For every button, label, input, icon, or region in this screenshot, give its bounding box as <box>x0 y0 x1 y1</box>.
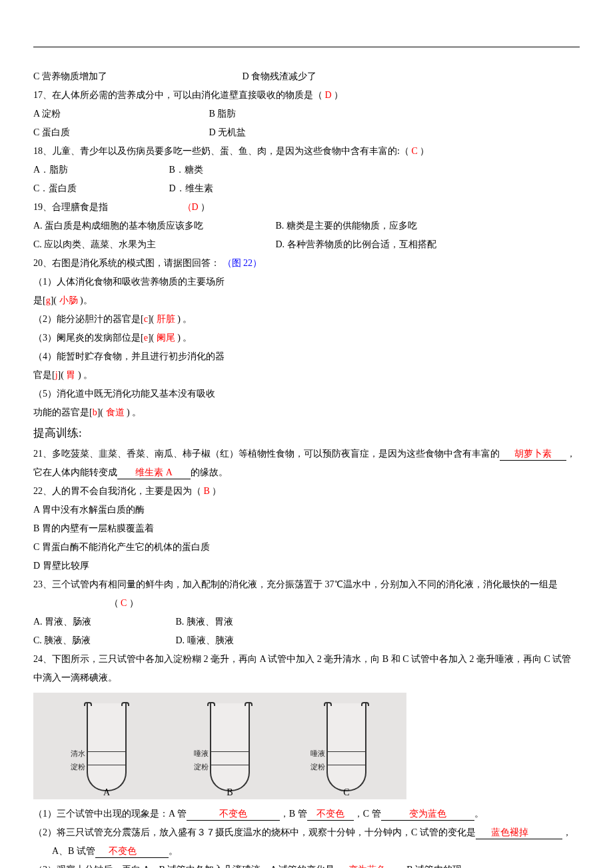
test-tube-figure: 清水 淀粉 A 唾液 淀粉 B 唾液 淀粉 C <box>33 693 406 799</box>
q17-opt-c: C 蛋白质 <box>33 123 207 142</box>
q21-end: 的缘故。 <box>191 467 228 477</box>
q18-stem-text: 18、儿童、青少年以及伤病员要多吃一些奶、蛋、鱼、肉，是因为这些食物中含有丰富的… <box>33 146 409 156</box>
q20-p2-mid: ]( <box>148 314 157 324</box>
q24-p3-pre: （3）观察十分钟后，再向 A、B 试管中各加入几滴碘液，A 试管的变化是: <box>33 865 337 868</box>
q24-p1: （1）三个试管中出现的现象是：A 管不变色，B 管不变色，C 管变为蓝色。 <box>33 805 580 823</box>
q20-p2: （2）能分泌胆汁的器官是[c]( 肝脏 ) 。 <box>33 310 580 329</box>
q21-blank-1: 胡萝卜素 <box>500 449 566 461</box>
q24-stem: 24、下图所示，三只试管中各加入淀粉糊 2 毫升，再向 A 试管中加入 2 毫升… <box>33 650 580 687</box>
q23-answer: C <box>121 598 127 608</box>
tube-b-label-top: 唾液 <box>189 746 209 761</box>
q24-p3-end: ；B 试管内的现 <box>397 865 462 868</box>
q20-p5b-mid: ]( <box>97 407 106 417</box>
q20-p1b-mid: ]( <box>51 295 59 305</box>
q17-stem: 17、在人体所必需的营养成分中，可以由消化道壁直接吸收的物质是（ D ） <box>33 86 580 105</box>
q20-p3-end: ) 。 <box>175 333 193 343</box>
q24-p2-blank-2: 不变色 <box>95 846 169 858</box>
q20-p1a: （1）人体消化食物和吸收营养物质的主要场所 <box>33 273 580 291</box>
q19-opt-a: A. 蛋白质是构成细胞的基本物质应该多吃 <box>33 217 273 235</box>
q20-p5a: （5）消化道中既无消化功能又基本没有吸收 <box>33 385 580 403</box>
q19-stem: 19、合理膳食是指 （D ） <box>33 198 580 217</box>
q23-paren-open: （ <box>109 598 119 608</box>
q18-opt-d: D．维生素 <box>169 183 213 193</box>
q17-row1: A 淀粉 B 脂肪 <box>33 105 580 123</box>
q20-p4b-mid: ]( <box>58 370 67 380</box>
q22-opt-a: A 胃中没有水解蛋白质的酶 <box>33 501 580 519</box>
q23-opt-b: B. 胰液、胃液 <box>176 617 233 627</box>
q18-row2: C．蛋白质 D．维生素 <box>33 179 580 198</box>
tube-c-label-bot: 淀粉 <box>305 759 325 774</box>
tube-b-label-bot: 淀粉 <box>189 759 209 774</box>
q24-p2-end: 。 <box>169 846 178 856</box>
q20-p1b-letter: g <box>46 295 51 305</box>
q23-opt-d: D. 唾液、胰液 <box>176 635 234 645</box>
tube-a: 清水 淀粉 A <box>87 703 127 791</box>
q23-stem-text: 23、三个试管内有相同量的鲜牛肉，加入配制的消化液，充分振荡置于 37℃温水中，… <box>33 579 558 589</box>
q17-opt-d: D 无机盐 <box>209 127 247 137</box>
q24-p2-blank-1: 蓝色褪掉 <box>476 827 562 839</box>
q22-opt-c: C 胃蛋白酶不能消化产生它的机体的蛋白质 <box>33 538 580 557</box>
q19-stem-text: 19、合理膳食是指 <box>33 198 180 217</box>
tube-c: 唾液 淀粉 C <box>326 703 366 791</box>
q16-opt-d: D 食物残渣减少了 <box>243 71 317 81</box>
q20-p2-ans: 肝脏 <box>157 314 175 324</box>
q22-opt-d: D 胃壁比较厚 <box>33 557 580 575</box>
q17-close: ） <box>334 90 343 100</box>
q17-stem-text: 17、在人体所必需的营养成分中，可以由消化道壁直接吸收的物质是（ <box>33 90 322 100</box>
q17-opt-a: A 淀粉 <box>33 105 207 123</box>
q23-opt-c: C. 胰液、肠液 <box>33 631 173 650</box>
q20-p5b-end: ) 。 <box>125 407 142 417</box>
tube-a-label-top: 清水 <box>65 746 85 761</box>
tube-c-label-top: 唾液 <box>305 746 325 761</box>
q20-p3-mid: ]( <box>148 333 157 343</box>
q20-p2-pre: （2）能分泌胆汁的器官是[ <box>33 314 144 324</box>
q21-blank-2: 维生素 A <box>117 467 191 479</box>
q23-opt-a: A. 胃液、肠液 <box>33 613 173 631</box>
q20-p1b-ans: 小肠 <box>59 295 78 305</box>
q17-row2: C 蛋白质 D 无机盐 <box>33 123 580 142</box>
tube-b: 唾液 淀粉 B <box>210 703 250 791</box>
q20-p3-pre: （3）阑尾炎的发病部位是[ <box>33 333 144 343</box>
q20-p4b-end: ) 。 <box>75 370 93 380</box>
tube-b-caption: B <box>211 783 249 802</box>
q23-paren-close: ） <box>129 598 139 608</box>
q18-row1: A．脂肪 B．糖类 <box>33 161 580 179</box>
q18-opt-c: C．蛋白质 <box>33 179 167 198</box>
q20-p1b: 是[g]( 小肠 )。 <box>33 291 580 310</box>
q20-p4b: 官是[j]( 胃 ) 。 <box>33 366 580 385</box>
q19-opt-d: D. 各种营养物质的比例合适，互相搭配 <box>276 239 436 249</box>
q19-row2: C. 应以肉类、蔬菜、水果为主 D. 各种营养物质的比例合适，互相搭配 <box>33 235 580 254</box>
q20-stem: 20、右图是消化系统的模式图，请据图回答： （图 22） <box>33 254 580 273</box>
q24-p1-blank-b: 不变色 <box>307 809 354 821</box>
q20-p3: （3）阑尾炎的发病部位是[e]( 阑尾 ) 。 <box>33 329 580 347</box>
q24-p3: （3）观察十分钟后，再向 A、B 试管中各加入几滴碘液，A 试管的变化是:变为蓝… <box>33 861 580 868</box>
q18-answer: C <box>411 146 417 156</box>
q18-opt-b: B．糖类 <box>169 165 203 175</box>
q20-p3-ans: 阑尾 <box>157 333 175 343</box>
q22-opt-b: B 胃的内壁有一层粘膜覆盖着 <box>33 519 580 538</box>
q18-close: ） <box>420 146 429 156</box>
q17-opt-b: B 脂肪 <box>209 109 237 119</box>
tube-c-caption: C <box>328 783 365 802</box>
q18-opt-a: A．脂肪 <box>33 161 167 179</box>
section-heading: 提高训练: <box>33 422 580 445</box>
q22-stem: 22、人的胃不会自我消化，主要是因为（ B ） <box>33 482 580 501</box>
q20-p1b-end: )。 <box>78 295 93 305</box>
q24-p1-blank-a: 不变色 <box>187 809 280 821</box>
q19-close: ） <box>201 202 210 212</box>
tube-a-caption: A <box>88 783 125 802</box>
q19-row1: A. 蛋白质是构成细胞的基本物质应该多吃 B. 糖类是主要的供能物质，应多吃 <box>33 217 580 235</box>
q24-p1-pre: （1）三个试管中出现的现象是：A 管 <box>33 809 187 819</box>
q16-opts-row1: C 营养物质增加了 D 食物残渣减少了 <box>33 67 580 86</box>
q19-answer: （D <box>183 202 199 212</box>
q16-opt-c: C 营养物质增加了 <box>33 67 240 86</box>
q18-stem: 18、儿童、青少年以及伤病员要多吃一些奶、蛋、鱼、肉，是因为这些食物中含有丰富的… <box>33 142 580 161</box>
q24-p1-blank-c: 变为蓝色 <box>381 809 474 821</box>
q24-p1-end: 。 <box>474 809 484 819</box>
q20-p5b: 功能的器官是[b]( 食道 ) 。 <box>33 403 580 422</box>
q24-p3-blank-1: 变为蓝色 <box>337 865 397 868</box>
q21: 21、多吃菠菜、韭菜、香菜、南瓜、柿子椒（红）等植物性食物，可以预防夜盲症，是因… <box>33 445 580 482</box>
q22-close: ） <box>212 486 221 496</box>
q20-p2-end: ) 。 <box>175 314 193 324</box>
q24-p1-mid2: ，C 管 <box>354 809 381 819</box>
